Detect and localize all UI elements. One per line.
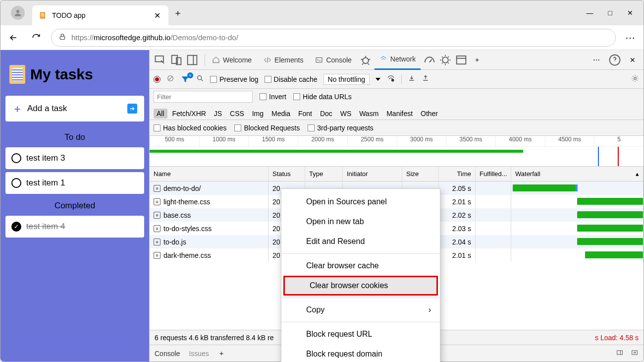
maximize-icon[interactable]: □ (608, 9, 612, 17)
task-item[interactable]: test item 1 (5, 172, 144, 194)
filter-chip-other[interactable]: Other (418, 109, 441, 119)
throttle-caret[interactable] (376, 78, 380, 81)
task-item[interactable]: test item 3 (5, 147, 144, 169)
filter-chip-css[interactable]: CSS (227, 109, 247, 119)
record-button[interactable] (154, 76, 161, 83)
hide-data-urls-checkbox[interactable]: Hide data URLs (293, 93, 352, 101)
drawer-console-tab[interactable]: Console (155, 350, 180, 358)
svg-rect-9 (188, 55, 197, 64)
blocked-requests-checkbox[interactable]: Blocked Requests (234, 124, 300, 132)
ctx-block-url[interactable]: Block request URL (281, 324, 440, 344)
throttling-select[interactable]: No throttling (323, 74, 370, 85)
clear-button[interactable] (166, 74, 174, 84)
filter-chip-doc[interactable]: Doc (317, 109, 335, 119)
drawer-add-icon[interactable]: ＋ (218, 349, 225, 358)
lock-icon (58, 33, 66, 42)
drawer-expand-icon[interactable] (616, 349, 624, 358)
drawer-issues-tab[interactable]: Issues (189, 350, 209, 358)
refresh-button[interactable] (28, 30, 44, 46)
performance-icon[interactable] (423, 53, 436, 67)
ctx-open-sources[interactable]: Open in Sources panel (281, 192, 440, 212)
svg-rect-14 (457, 56, 466, 63)
filter-chip-fetch/xhr[interactable]: Fetch/XHR (169, 109, 209, 119)
bug-icon[interactable] (359, 53, 373, 67)
ctx-open-new-tab[interactable]: Open in new tab (281, 212, 440, 232)
address-bar[interactable]: https://microsoftedge.github.io/Demos/de… (51, 29, 616, 47)
filter-input[interactable] (154, 91, 253, 103)
filter-chip-img[interactable]: Img (249, 109, 267, 119)
titlebar: TODO app ✕ ＋ — □ ✕ (0, 0, 644, 25)
timeline-overview[interactable]: 500 ms1000 ms1500 ms2000 ms2500 ms3000 m… (150, 136, 644, 167)
filter-chip-media[interactable]: Media (268, 109, 293, 119)
filter-chip-js[interactable]: JS (211, 109, 225, 119)
add-task-input[interactable]: ＋ Add a task ➔ (5, 96, 144, 121)
devtools-menu-icon[interactable]: ⋯ (590, 53, 604, 67)
filter-chip-ws[interactable]: WS (337, 109, 355, 119)
task-checkbox[interactable] (11, 153, 21, 163)
filter-chip-wasm[interactable]: Wasm (356, 109, 381, 119)
file-icon: ≡ (154, 185, 161, 192)
svg-rect-3 (41, 15, 44, 15)
svg-rect-5 (60, 36, 64, 39)
task-check-icon[interactable]: ✓ (11, 222, 21, 232)
settings-icon[interactable] (631, 74, 640, 84)
completed-header: Completed (5, 197, 144, 216)
submit-arrow-icon[interactable]: ➔ (127, 104, 137, 114)
disable-cache-checkbox[interactable]: Disable cache (265, 75, 318, 83)
url-text: https://microsoftedge.github.io/Demos/de… (71, 33, 238, 42)
svg-line-18 (169, 77, 172, 80)
memory-icon[interactable] (438, 53, 452, 67)
inspect-icon[interactable] (154, 53, 167, 67)
page-title: My tasks (5, 55, 144, 96)
profile-avatar[interactable] (11, 6, 25, 20)
ctx-clear-cookies[interactable]: Clear browser cookies (283, 276, 438, 296)
task-item-done[interactable]: ✓test item 4 (5, 216, 144, 238)
back-button[interactable] (5, 30, 21, 46)
tab-close-icon[interactable]: ✕ (152, 11, 162, 20)
svg-rect-1 (40, 12, 46, 19)
new-tab-button[interactable]: ＋ (173, 7, 182, 19)
invert-checkbox[interactable]: Invert (260, 93, 286, 101)
third-party-checkbox[interactable]: 3rd-party requests (308, 124, 374, 132)
browser-menu-icon[interactable]: ⋯ (623, 30, 639, 46)
ctx-block-domain[interactable]: Block request domain (281, 344, 440, 362)
ctx-edit-resend[interactable]: Edit and Resend (281, 232, 440, 251)
ctx-clear-cache[interactable]: Clear browser cache (281, 256, 440, 276)
filter-toggle-icon[interactable]: × (180, 74, 190, 84)
search-icon[interactable] (196, 74, 204, 84)
devtools-close-icon[interactable]: ✕ (626, 53, 640, 67)
blocked-cookies-checkbox[interactable]: Has blocked cookies (154, 124, 226, 132)
todo-header: To do (5, 128, 144, 147)
network-table-header[interactable]: Name Status Type Initiator Size Time Ful… (150, 167, 644, 181)
application-icon[interactable] (454, 53, 468, 67)
filter-chip-font[interactable]: Font (295, 109, 315, 119)
clipboard-icon (9, 65, 25, 84)
svg-rect-6 (156, 56, 163, 61)
network-conditions-icon[interactable] (386, 74, 395, 84)
svg-point-21 (392, 79, 394, 82)
browser-tab[interactable]: TODO app ✕ (32, 5, 168, 25)
svg-rect-11 (316, 58, 322, 62)
minimize-icon[interactable]: — (587, 9, 593, 17)
device-icon[interactable] (169, 53, 183, 67)
tab-welcome[interactable]: Welcome (207, 50, 257, 70)
preserve-log-checkbox[interactable]: Preserve log (210, 75, 259, 83)
close-window-icon[interactable]: ✕ (627, 9, 633, 17)
dock-icon[interactable] (185, 53, 199, 67)
import-icon[interactable] (408, 74, 416, 84)
tab-elements[interactable]: Elements (259, 50, 308, 70)
file-icon: ≡ (154, 225, 161, 232)
help-icon[interactable] (608, 53, 622, 67)
filter-chip-all[interactable]: All (154, 109, 167, 119)
svg-rect-4 (41, 16, 44, 16)
tab-console[interactable]: Console (310, 50, 356, 70)
more-tabs-icon[interactable]: ＋ (470, 53, 484, 67)
ctx-copy[interactable]: Copy› (281, 300, 440, 320)
svg-point-22 (634, 77, 637, 80)
drawer-close-icon[interactable] (631, 349, 639, 358)
svg-point-0 (16, 10, 19, 13)
filter-chip-manifest[interactable]: Manifest (383, 109, 416, 119)
export-icon[interactable] (422, 74, 429, 84)
task-checkbox[interactable] (11, 178, 21, 188)
tab-network[interactable]: Network (375, 50, 421, 70)
